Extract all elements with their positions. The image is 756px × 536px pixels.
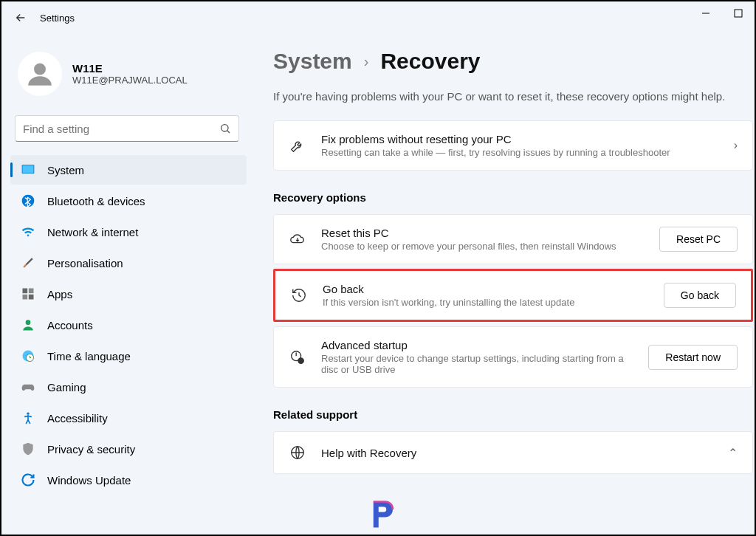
nav-item-time[interactable]: Time & language [10,341,247,371]
chevron-right-icon: › [364,53,369,70]
display-icon [21,162,35,177]
nav-label: Gaming [47,381,86,394]
go-back-card: Go back If this version isn't working, t… [273,269,753,322]
nav-item-accessibility[interactable]: Accessibility [10,403,247,433]
card-desc: If this version isn't working, try unins… [323,297,649,308]
card-title: Reset this PC [321,227,645,239]
update-icon [21,473,35,487]
nav-item-personalisation[interactable]: Personalisation [10,248,247,278]
card-desc: Restart your device to change startup se… [321,353,633,375]
nav-list: System Bluetooth & devices Network & int… [10,155,247,495]
power-gear-icon [289,348,306,366]
titlebar: Settings [1,1,755,34]
nav-item-accounts[interactable]: Accounts [10,310,247,340]
back-button[interactable] [7,4,34,31]
search-box[interactable] [15,115,239,142]
nav-label: Apps [47,288,72,300]
nav-item-apps[interactable]: Apps [10,279,247,309]
nav-label: Privacy & security [47,443,135,456]
go-back-button[interactable]: Go back [664,283,736,308]
reset-cloud-icon [289,230,306,248]
wrench-icon [289,137,306,154]
user-block[interactable]: W11E W11E@PRAJWAL.LOCAL [10,46,247,111]
nav-item-network[interactable]: Network & internet [10,217,247,247]
svg-line-4 [227,131,230,133]
nav-item-gaming[interactable]: Gaming [10,372,247,402]
fix-problems-card[interactable]: Fix problems without resetting your PC R… [273,120,753,171]
avatar [18,52,62,96]
search-input[interactable] [23,123,219,135]
maximize-button[interactable] [731,6,746,21]
window-title: Settings [40,13,75,24]
nav-label: Personalisation [47,257,123,269]
nav-label: Accessibility [47,412,108,425]
svg-rect-1 [735,10,742,17]
history-icon [290,286,308,304]
nav-label: Bluetooth & devices [47,195,145,207]
accessibility-icon [21,410,35,425]
page-subtitle: If you're having problems with your PC o… [273,90,755,103]
breadcrumb: System › Recovery [273,49,755,74]
globe-clock-icon [21,348,35,363]
user-email: W11E@PRAJWAL.LOCAL [72,75,188,86]
gaming-icon [21,379,35,394]
svg-rect-11 [29,295,34,300]
svg-rect-6 [23,165,34,173]
svg-point-3 [221,125,228,131]
card-title: Advanced startup [321,339,633,351]
reset-pc-card: Reset this PC Choose to keep or remove y… [273,214,753,264]
nav-item-update[interactable]: Windows Update [10,465,247,495]
search-icon [219,123,231,134]
breadcrumb-parent[interactable]: System [273,49,352,74]
minimize-button[interactable] [698,6,713,21]
apps-icon [21,286,35,301]
chevron-right-icon: › [734,139,738,152]
wifi-icon [21,224,35,239]
nav-label: System [47,164,84,176]
nav-label: Network & internet [47,226,138,238]
svg-point-12 [26,320,31,325]
nav-item-bluetooth[interactable]: Bluetooth & devices [10,186,247,216]
svg-point-17 [298,357,303,363]
card-title: Go back [323,283,649,295]
nav-label: Accounts [47,319,93,331]
svg-rect-9 [29,289,34,294]
card-desc: Choose to keep or remove your personal f… [321,241,645,252]
user-name: W11E [72,62,188,75]
breadcrumb-current: Recovery [380,49,480,74]
svg-point-2 [34,63,46,75]
card-title: Help with Recovery [321,447,713,459]
paintbrush-icon [21,255,35,270]
section-recovery-options: Recovery options [273,191,755,204]
nav-label: Windows Update [47,474,131,487]
help-recovery-card[interactable]: Help with Recovery ⌃ [273,431,753,474]
svg-rect-8 [23,289,28,294]
reset-pc-button[interactable]: Reset PC [659,227,738,252]
svg-rect-10 [23,295,28,300]
svg-point-7 [22,195,35,207]
sidebar: W11E W11E@PRAJWAL.LOCAL System Bluetooth… [1,34,252,535]
window-controls [698,6,746,21]
restart-now-button[interactable]: Restart now [648,345,738,370]
content: System › Recovery If you're having probl… [252,34,755,535]
shield-icon [21,441,35,456]
bluetooth-icon [21,193,35,208]
svg-point-15 [27,413,29,415]
advanced-startup-card: Advanced startup Restart your device to … [273,326,753,388]
nav-item-privacy[interactable]: Privacy & security [10,434,247,464]
nav-item-system[interactable]: System [10,155,247,185]
person-icon [21,317,35,332]
card-desc: Resetting can take a while — first, try … [321,147,719,158]
card-title: Fix problems without resetting your PC [321,133,719,145]
section-related-support: Related support [273,408,755,421]
globe-icon [289,444,306,461]
nav-label: Time & language [47,350,131,363]
chevron-up-icon: ⌃ [728,446,738,460]
